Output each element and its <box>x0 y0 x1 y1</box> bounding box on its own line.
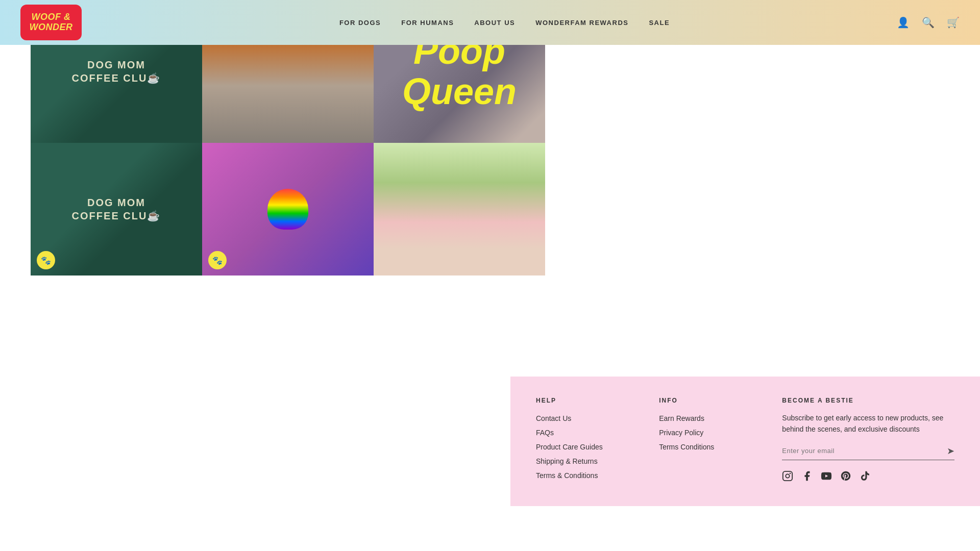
logo-line2: Wonder <box>30 22 73 32</box>
email-submit-button[interactable]: ➤ <box>947 445 954 457</box>
footer-earn-rewards[interactable]: Earn Rewards <box>659 414 782 422</box>
info-heading: INFO <box>659 397 782 404</box>
rainbow-sticker <box>267 189 308 230</box>
footer-privacy[interactable]: Privacy Policy <box>659 429 782 437</box>
footer-help: HELP Contact Us FAQs Product Care Guides… <box>536 397 659 486</box>
page-wrapper: DOG MOMCOFFEE CLU☕ Poop Queen DO <box>0 0 980 506</box>
photo-hat-worn: DOG MOMCOFFEE CLU☕ 🐾 <box>31 143 202 276</box>
hat-text-2: DOG MOMCOFFEE CLU☕ <box>72 196 161 222</box>
footer-info: INFO Earn Rewards Privacy Policy Terms C… <box>659 397 782 486</box>
social-icons <box>782 470 954 485</box>
footer-shipping[interactable]: Shipping & Returns <box>536 457 659 465</box>
site-footer: HELP Contact Us FAQs Product Care Guides… <box>510 377 980 506</box>
become-description: Subscribe to get early access to new pro… <box>782 412 954 435</box>
footer-faqs[interactable]: FAQs <box>536 429 659 437</box>
site-logo[interactable]: Woof & Wonder <box>20 5 82 40</box>
help-heading: HELP <box>536 397 659 404</box>
like-badge-2: 🐾 <box>208 251 227 269</box>
photo-sticker: 🐾 <box>202 143 374 276</box>
nav-about-us[interactable]: ABOUT US <box>474 19 515 27</box>
nav-sale[interactable]: SALE <box>649 19 670 27</box>
become-heading: BECOME A BESTIE <box>782 397 954 404</box>
hat-text-1: DOG MOMCOFFEE CLU☕ <box>72 58 161 85</box>
svg-point-1 <box>786 474 790 478</box>
tiktok-icon[interactable] <box>860 470 871 485</box>
email-input[interactable] <box>782 447 947 455</box>
footer-terms-info[interactable]: Terms Conditions <box>659 443 782 451</box>
search-icon[interactable]: 🔍 <box>922 16 935 29</box>
account-icon[interactable]: 👤 <box>897 16 910 29</box>
like-badge-1: 🐾 <box>37 251 55 269</box>
cart-icon[interactable]: 🛒 <box>947 16 960 29</box>
svg-rect-0 <box>783 471 792 481</box>
nav-for-dogs[interactable]: FOR DOGS <box>339 19 381 27</box>
site-header: Woof & Wonder FOR DOGS FOR HUMANS ABOUT … <box>0 0 980 45</box>
footer-product-care[interactable]: Product Care Guides <box>536 443 659 451</box>
photo-beagle <box>374 143 545 276</box>
facebook-icon[interactable] <box>801 470 813 485</box>
email-subscription-row: ➤ <box>782 445 954 460</box>
footer-terms-help[interactable]: Terms & Conditions <box>536 471 659 480</box>
pinterest-icon[interactable] <box>840 470 851 485</box>
main-nav: FOR DOGS FOR HUMANS ABOUT US WONDERFAM R… <box>112 19 897 27</box>
nav-for-humans[interactable]: FOR HUMANS <box>401 19 454 27</box>
header-icons: 👤 🔍 🛒 <box>897 16 960 29</box>
footer-contact[interactable]: Contact Us <box>536 414 659 422</box>
nav-wonderfam[interactable]: WONDERFAM REWARDS <box>535 19 628 27</box>
youtube-icon[interactable] <box>821 470 832 485</box>
svg-point-2 <box>790 473 791 473</box>
footer-become: BECOME A BESTIE Subscribe to get early a… <box>782 397 954 486</box>
instagram-icon[interactable] <box>782 470 793 485</box>
logo-line1: Woof & <box>32 12 71 22</box>
